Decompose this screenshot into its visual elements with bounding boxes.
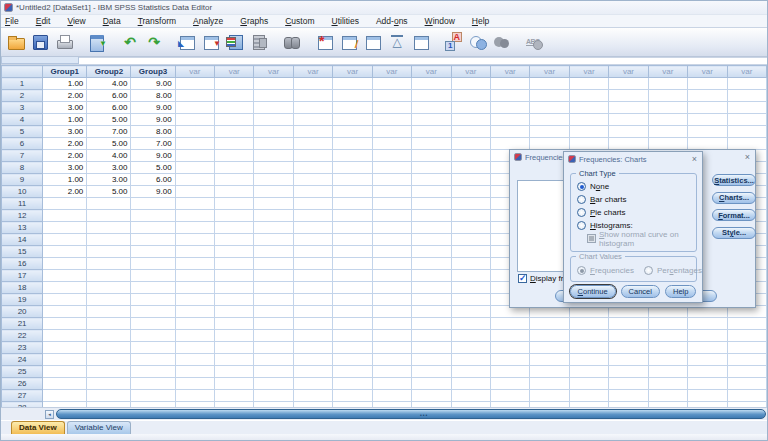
grid-cell[interactable] <box>175 162 214 174</box>
grid-cell[interactable] <box>293 390 332 402</box>
grid-cell[interactable] <box>412 126 451 138</box>
grid-cell[interactable] <box>727 342 766 354</box>
grid-cell[interactable] <box>87 294 131 306</box>
grid-cell[interactable] <box>333 150 372 162</box>
radio-none[interactable]: None <box>571 180 696 193</box>
radio-icon[interactable] <box>577 195 586 204</box>
menu-analyze[interactable]: Analyze <box>193 16 223 26</box>
column-header-var[interactable]: var <box>333 66 372 78</box>
grid-cell[interactable]: 5.00 <box>87 186 131 198</box>
grid-cell[interactable] <box>131 366 175 378</box>
grid-cell[interactable] <box>254 90 293 102</box>
horizontal-scrollbar[interactable]: ◂ ••• <box>1 407 767 420</box>
grid-cell[interactable] <box>333 366 372 378</box>
grid-cell[interactable] <box>293 210 332 222</box>
menu-view[interactable]: View <box>67 16 85 26</box>
grid-cell[interactable] <box>490 390 529 402</box>
grid-cell[interactable] <box>727 378 766 390</box>
grid-cell[interactable] <box>333 102 372 114</box>
radio-icon[interactable] <box>577 221 586 230</box>
grid-cell[interactable] <box>215 162 254 174</box>
grid-cell[interactable]: 9.00 <box>131 114 175 126</box>
grid-cell[interactable] <box>43 306 87 318</box>
grid-cell[interactable] <box>215 174 254 186</box>
grid-cell[interactable] <box>490 378 529 390</box>
grid-cell[interactable] <box>293 222 332 234</box>
grid-cell[interactable] <box>451 102 490 114</box>
grid-cell[interactable] <box>412 174 451 186</box>
row-header[interactable]: 6 <box>2 138 43 150</box>
row-header[interactable]: 21 <box>2 318 43 330</box>
row-header[interactable]: 8 <box>2 162 43 174</box>
grid-cell[interactable] <box>451 354 490 366</box>
grid-cell[interactable] <box>175 246 214 258</box>
grid-cell[interactable] <box>43 330 87 342</box>
row-header[interactable]: 4 <box>2 114 43 126</box>
row-header[interactable]: 27 <box>2 390 43 402</box>
grid-cell[interactable] <box>451 306 490 318</box>
grid-cell[interactable] <box>293 306 332 318</box>
grid-cell[interactable] <box>131 234 175 246</box>
grid-cell[interactable] <box>254 174 293 186</box>
grid-cell[interactable] <box>648 90 687 102</box>
grid-cell[interactable] <box>333 138 372 150</box>
grid-cell[interactable] <box>530 330 569 342</box>
grid-cell[interactable] <box>451 138 490 150</box>
grid-cell[interactable] <box>333 174 372 186</box>
grid-cell[interactable] <box>43 198 87 210</box>
grid-cell[interactable] <box>131 318 175 330</box>
column-header-var[interactable]: var <box>372 66 411 78</box>
grid-cell[interactable]: 9.00 <box>131 186 175 198</box>
grid-cell[interactable]: 5.00 <box>87 114 131 126</box>
run-descriptives-button[interactable] <box>247 30 271 54</box>
column-header-var[interactable]: var <box>648 66 687 78</box>
split-file-button[interactable] <box>361 30 385 54</box>
grid-cell[interactable] <box>333 198 372 210</box>
grid-cell[interactable] <box>490 330 529 342</box>
grid-cell[interactable] <box>451 90 490 102</box>
grid-cell[interactable] <box>254 366 293 378</box>
grid-cell[interactable] <box>215 126 254 138</box>
grid-cell[interactable] <box>372 198 411 210</box>
grid-cell[interactable] <box>412 306 451 318</box>
radio-icon[interactable] <box>577 208 586 217</box>
grid-cell[interactable] <box>87 378 131 390</box>
grid-cell[interactable] <box>293 174 332 186</box>
grid-cell[interactable] <box>648 354 687 366</box>
grid-cell[interactable] <box>87 270 131 282</box>
grid-cell[interactable] <box>372 342 411 354</box>
grid-cell[interactable] <box>372 162 411 174</box>
grid-cell[interactable] <box>333 306 372 318</box>
grid-cell[interactable] <box>175 270 214 282</box>
grid-cell[interactable] <box>727 390 766 402</box>
grid-cell[interactable] <box>372 378 411 390</box>
grid-cell[interactable] <box>293 90 332 102</box>
grid-cell[interactable] <box>43 282 87 294</box>
grid-cell[interactable] <box>87 366 131 378</box>
grid-cell[interactable]: 2.00 <box>43 90 87 102</box>
row-header[interactable]: 3 <box>2 102 43 114</box>
grid-cell[interactable] <box>727 354 766 366</box>
grid-cell[interactable] <box>688 354 727 366</box>
grid-cell[interactable] <box>609 378 648 390</box>
grid-cell[interactable]: 1.00 <box>43 78 87 90</box>
grid-cell[interactable] <box>254 306 293 318</box>
goto-variable-button[interactable] <box>199 30 223 54</box>
grid-cell[interactable] <box>412 378 451 390</box>
grid-cell[interactable] <box>688 102 727 114</box>
grid-cell[interactable] <box>131 282 175 294</box>
grid-cell[interactable] <box>412 282 451 294</box>
grid-cell[interactable] <box>727 114 766 126</box>
recall-dialogs-button[interactable] <box>85 30 109 54</box>
radio-barcharts[interactable]: Bar charts <box>571 193 696 206</box>
row-header[interactable]: 7 <box>2 150 43 162</box>
column-header-group3[interactable]: Group3 <box>131 66 175 78</box>
row-header[interactable]: 14 <box>2 234 43 246</box>
grid-cell[interactable]: 3.00 <box>43 102 87 114</box>
grid-cell[interactable] <box>293 234 332 246</box>
grid-cell[interactable] <box>569 126 608 138</box>
close-icon[interactable]: × <box>692 154 697 164</box>
grid-cell[interactable] <box>451 366 490 378</box>
row-header[interactable]: 23 <box>2 342 43 354</box>
grid-cell[interactable] <box>254 78 293 90</box>
